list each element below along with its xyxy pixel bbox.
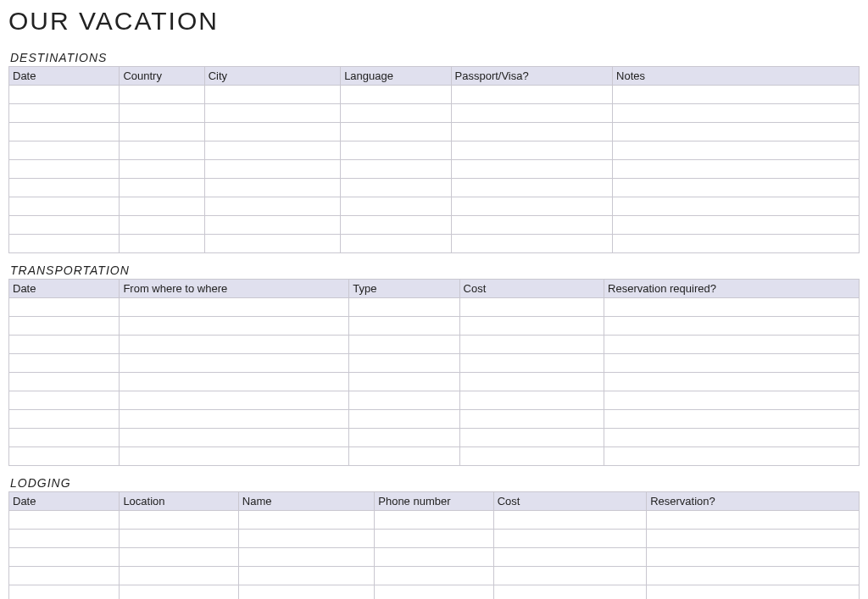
- table-cell[interactable]: [604, 373, 860, 391]
- table-cell[interactable]: [341, 160, 451, 179]
- table-cell[interactable]: [9, 511, 120, 530]
- table-cell[interactable]: [204, 104, 340, 123]
- table-cell[interactable]: [204, 160, 340, 179]
- table-cell[interactable]: [613, 197, 860, 216]
- table-cell[interactable]: [349, 354, 459, 373]
- table-cell[interactable]: [341, 123, 451, 141]
- table-cell[interactable]: [238, 530, 374, 548]
- table-cell[interactable]: [459, 373, 604, 391]
- table-cell[interactable]: [349, 317, 459, 336]
- table-cell[interactable]: [349, 410, 459, 429]
- table-cell[interactable]: [613, 123, 860, 141]
- table-cell[interactable]: [341, 235, 451, 253]
- table-cell[interactable]: [613, 216, 860, 235]
- table-cell[interactable]: [493, 585, 647, 600]
- table-cell[interactable]: [341, 179, 451, 197]
- table-cell[interactable]: [238, 567, 374, 585]
- table-cell[interactable]: [120, 141, 204, 160]
- table-cell[interactable]: [120, 354, 349, 373]
- table-cell[interactable]: [459, 354, 604, 373]
- table-cell[interactable]: [120, 235, 204, 253]
- table-cell[interactable]: [120, 447, 349, 466]
- table-cell[interactable]: [120, 298, 349, 317]
- table-cell[interactable]: [120, 123, 204, 141]
- table-cell[interactable]: [647, 530, 860, 548]
- table-cell[interactable]: [459, 317, 604, 336]
- table-cell[interactable]: [120, 567, 238, 585]
- table-cell[interactable]: [349, 298, 459, 317]
- table-cell[interactable]: [451, 160, 613, 179]
- table-cell[interactable]: [493, 511, 647, 530]
- table-cell[interactable]: [9, 354, 120, 373]
- table-cell[interactable]: [459, 336, 604, 354]
- table-cell[interactable]: [204, 216, 340, 235]
- table-cell[interactable]: [451, 197, 613, 216]
- table-cell[interactable]: [341, 216, 451, 235]
- table-cell[interactable]: [9, 391, 120, 410]
- table-cell[interactable]: [9, 298, 120, 317]
- table-cell[interactable]: [9, 548, 120, 567]
- table-cell[interactable]: [9, 429, 120, 447]
- table-cell[interactable]: [9, 179, 120, 197]
- table-cell[interactable]: [451, 86, 613, 104]
- table-cell[interactable]: [647, 548, 860, 567]
- table-cell[interactable]: [120, 86, 204, 104]
- table-cell[interactable]: [459, 447, 604, 466]
- table-cell[interactable]: [647, 567, 860, 585]
- table-cell[interactable]: [120, 511, 238, 530]
- table-cell[interactable]: [204, 86, 340, 104]
- table-cell[interactable]: [349, 336, 459, 354]
- table-cell[interactable]: [493, 567, 647, 585]
- table-cell[interactable]: [120, 104, 204, 123]
- table-cell[interactable]: [451, 235, 613, 253]
- table-cell[interactable]: [9, 373, 120, 391]
- table-cell[interactable]: [349, 429, 459, 447]
- table-cell[interactable]: [451, 216, 613, 235]
- table-cell[interactable]: [493, 530, 647, 548]
- table-cell[interactable]: [459, 298, 604, 317]
- table-cell[interactable]: [613, 235, 860, 253]
- table-cell[interactable]: [459, 429, 604, 447]
- table-cell[interactable]: [9, 530, 120, 548]
- table-cell[interactable]: [349, 373, 459, 391]
- table-cell[interactable]: [375, 585, 493, 600]
- table-cell[interactable]: [9, 197, 120, 216]
- table-cell[interactable]: [349, 391, 459, 410]
- table-cell[interactable]: [204, 141, 340, 160]
- table-cell[interactable]: [459, 391, 604, 410]
- table-cell[interactable]: [204, 179, 340, 197]
- table-cell[interactable]: [9, 141, 120, 160]
- table-cell[interactable]: [375, 548, 493, 567]
- table-cell[interactable]: [120, 548, 238, 567]
- table-cell[interactable]: [120, 530, 238, 548]
- table-cell[interactable]: [9, 86, 120, 104]
- table-cell[interactable]: [204, 123, 340, 141]
- table-cell[interactable]: [238, 585, 374, 600]
- table-cell[interactable]: [9, 567, 120, 585]
- table-cell[interactable]: [120, 179, 204, 197]
- table-cell[interactable]: [9, 336, 120, 354]
- table-cell[interactable]: [9, 123, 120, 141]
- table-cell[interactable]: [9, 317, 120, 336]
- table-cell[interactable]: [341, 197, 451, 216]
- table-cell[interactable]: [9, 585, 120, 600]
- table-cell[interactable]: [120, 216, 204, 235]
- table-cell[interactable]: [9, 447, 120, 466]
- table-cell[interactable]: [604, 336, 860, 354]
- table-cell[interactable]: [341, 104, 451, 123]
- table-cell[interactable]: [9, 410, 120, 429]
- table-cell[interactable]: [375, 511, 493, 530]
- table-cell[interactable]: [493, 548, 647, 567]
- table-cell[interactable]: [9, 104, 120, 123]
- table-cell[interactable]: [120, 336, 349, 354]
- table-cell[interactable]: [451, 123, 613, 141]
- table-cell[interactable]: [120, 197, 204, 216]
- table-cell[interactable]: [120, 317, 349, 336]
- table-cell[interactable]: [238, 548, 374, 567]
- table-cell[interactable]: [604, 298, 860, 317]
- table-cell[interactable]: [120, 585, 238, 600]
- table-cell[interactable]: [613, 141, 860, 160]
- table-cell[interactable]: [613, 160, 860, 179]
- table-cell[interactable]: [647, 511, 860, 530]
- table-cell[interactable]: [204, 197, 340, 216]
